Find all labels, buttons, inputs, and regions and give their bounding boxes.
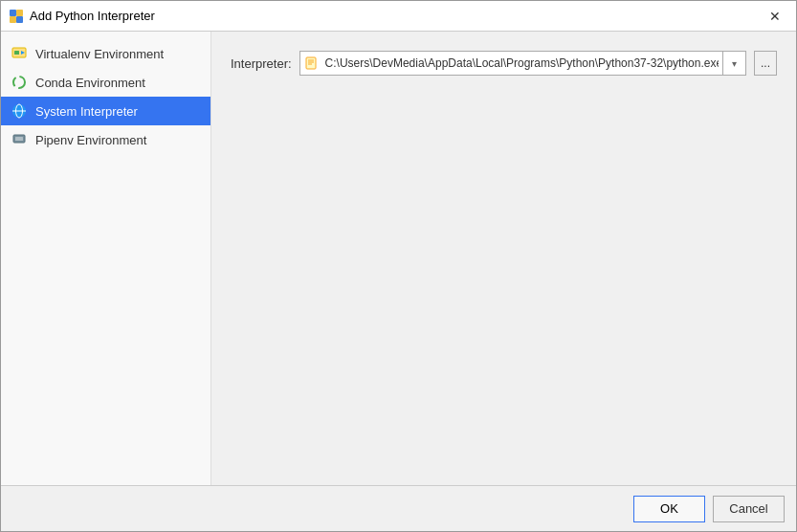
sidebar-item-conda[interactable]: Conda Environment: [1, 68, 210, 97]
close-button[interactable]: ✕: [762, 5, 788, 28]
title-bar: Add Python Interpreter ✕: [1, 1, 796, 32]
sidebar-item-pipenv[interactable]: Pipenv Environment: [1, 125, 210, 154]
cancel-button[interactable]: Cancel: [713, 496, 785, 522]
dialog-footer: OK Cancel: [1, 485, 796, 531]
sidebar-item-virtualenv[interactable]: Virtualenv Environment: [1, 39, 210, 68]
python-file-icon: [300, 56, 321, 70]
interpreter-row: Interpreter: ▾ ...: [231, 51, 777, 76]
pipenv-icon: [11, 131, 28, 148]
sidebar-pipenv-label: Pipenv Environment: [35, 133, 146, 147]
interpreter-path-input[interactable]: [321, 56, 722, 70]
main-content: Interpreter: ▾ ...: [211, 32, 796, 485]
interpreter-path-wrapper: ▾: [299, 51, 746, 76]
dialog-title: Add Python Interpreter: [30, 9, 762, 23]
browse-button[interactable]: ...: [754, 51, 777, 76]
sidebar-system-label: System Interpreter: [35, 104, 138, 119]
sidebar-item-system[interactable]: System Interpreter: [1, 97, 210, 125]
interpreter-label: Interpreter:: [231, 56, 292, 71]
sidebar-virtualenv-label: Virtualenv Environment: [35, 47, 164, 61]
sidebar-conda-label: Conda Environment: [35, 76, 145, 90]
svg-rect-0: [10, 10, 16, 16]
add-python-interpreter-dialog: Add Python Interpreter ✕ Virtualenv Envi…: [0, 0, 797, 532]
svg-rect-12: [15, 137, 23, 141]
svg-rect-2: [10, 16, 16, 23]
content-spacer: [231, 87, 777, 466]
svg-rect-5: [14, 51, 19, 55]
dialog-body: Virtualenv Environment Conda Environment: [1, 32, 796, 485]
conda-icon: [11, 74, 28, 91]
dropdown-arrow-button[interactable]: ▾: [722, 52, 745, 75]
app-icon: [9, 9, 24, 24]
ok-button[interactable]: OK: [633, 496, 705, 522]
sidebar: Virtualenv Environment Conda Environment: [1, 32, 211, 485]
system-icon: [11, 102, 28, 120]
virtualenv-icon: [11, 45, 28, 62]
svg-rect-13: [306, 57, 316, 69]
svg-rect-3: [16, 16, 23, 23]
svg-point-7: [13, 77, 25, 88]
svg-rect-1: [16, 10, 23, 16]
